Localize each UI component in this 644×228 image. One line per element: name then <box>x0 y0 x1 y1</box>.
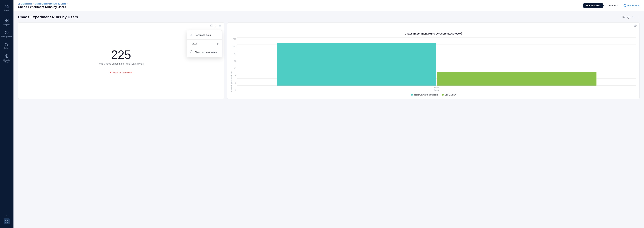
sidebar-item-builds-label: Builds <box>4 47 9 49</box>
sidebar-item-projects[interactable]: Projects <box>1 17 13 28</box>
sidebar-item-security-tests[interactable]: Security Tests <box>1 52 13 65</box>
home-icon <box>4 4 9 9</box>
bars-group <box>277 37 596 86</box>
svg-rect-2 <box>7 19 8 21</box>
view-label: View <box>192 42 197 45</box>
svg-point-7 <box>6 44 7 45</box>
y-label-2: 2 <box>235 82 236 84</box>
projects-icon <box>4 18 9 23</box>
page-title: Chaos Experiment Runs by Users <box>18 6 68 9</box>
sidebar-item-deployments-label: Deployments <box>1 36 12 38</box>
dashboards-nav-button[interactable]: Dashboards <box>582 3 604 8</box>
legend-dot-adarsh <box>411 94 413 96</box>
sidebar-bottom: ▾ <box>4 213 10 226</box>
bars-container <box>237 37 636 86</box>
right-card-globe-icon[interactable] <box>634 24 637 28</box>
clear-cache-menu-item[interactable]: Clear cache & refresh <box>187 49 222 56</box>
legend-label-adarsh: adarsh.kumar@harness.io <box>414 94 438 96</box>
y-axis: 200 100 40 20 10 4 2 1 <box>233 37 237 92</box>
dropdown-divider-2 <box>187 48 222 48</box>
sidebar-item-security-tests-label: Security Tests <box>2 59 12 63</box>
svg-rect-3 <box>5 21 6 22</box>
refresh-icon[interactable]: ↻ <box>632 15 635 19</box>
right-chart-card: Chaos Experiment Runs by Users (Last Wee… <box>227 22 640 99</box>
breadcrumb: ⊞ Dashboards › Chaos Experiment Runs by … <box>18 3 68 5</box>
content-area: Chaos Experiment Runs by Users 14m ago ↻… <box>14 11 644 228</box>
left-card-more-icon[interactable]: ⋮ <box>214 24 217 28</box>
svg-rect-13 <box>7 222 8 222</box>
breadcrumb-sep-1: › <box>33 3 34 5</box>
dashboard-grid: ⋮ 225 Total Chaos Experiment Runs (Last … <box>18 22 640 99</box>
more-options-icon[interactable]: ⋮ <box>636 15 640 19</box>
sidebar-collapse-chevron[interactable]: ▾ <box>5 213 8 217</box>
topnav-right: Dashboards Folders Get Started <box>582 3 640 8</box>
content-actions: 14m ago ↻ ⋮ <box>622 15 640 19</box>
breadcrumb-dashboards-link[interactable]: Dashboards <box>21 3 32 5</box>
left-card-globe-icon[interactable] <box>218 24 222 28</box>
change-value: -69% vs last week <box>112 71 132 74</box>
svg-rect-1 <box>5 19 6 21</box>
svg-point-6 <box>5 43 8 46</box>
y-label-10: 10 <box>234 67 236 69</box>
y-label-200: 200 <box>233 38 236 40</box>
breadcrumb-module-icon: ⊞ <box>18 3 20 5</box>
folders-nav-button[interactable]: Folders <box>606 3 621 8</box>
bell-icon[interactable] <box>210 24 213 28</box>
x-label-week: Week <box>237 89 636 92</box>
right-card-body: Chaos Experiment Runs by Users (Last Wee… <box>228 30 639 99</box>
sidebar: Home Projects Deployments <box>0 0 14 228</box>
sidebar-item-home[interactable]: Home <box>1 2 13 13</box>
topnav-left: ⊞ Dashboards › Chaos Experiment Runs by … <box>18 3 68 9</box>
bar-adarsh <box>277 43 436 86</box>
get-started-label: Get Started <box>627 4 640 7</box>
svg-rect-10 <box>6 220 6 221</box>
breadcrumb-sep-2: › <box>67 3 68 5</box>
content-header: Chaos Experiment Runs by Users 14m ago ↻… <box>18 15 640 19</box>
y-label-1: 1 <box>235 89 236 91</box>
svg-rect-11 <box>7 220 8 221</box>
download-data-menu-item[interactable]: Download data <box>187 31 222 39</box>
sidebar-item-home-label: Home <box>4 9 9 12</box>
svg-rect-0 <box>6 7 7 8</box>
x-axis-label: Dec 4 Week <box>237 86 636 92</box>
chart-title: Chaos Experiment Runs by Users (Last Wee… <box>230 32 636 35</box>
deployments-icon <box>4 30 9 35</box>
svg-rect-12 <box>6 222 6 222</box>
top-navigation: ⊞ Dashboards › Chaos Experiment Runs by … <box>14 0 644 11</box>
sidebar-item-deployments[interactable]: Deployments <box>1 28 13 39</box>
y-label-20: 20 <box>234 60 236 62</box>
sidebar-divider-1 <box>3 15 10 15</box>
get-started-button[interactable]: Get Started <box>624 4 640 7</box>
view-menu-item[interactable]: View ▶ <box>187 40 222 47</box>
sidebar-grid-button[interactable] <box>4 218 10 224</box>
total-runs-number: 225 <box>111 49 131 61</box>
left-metric-card: ⋮ 225 Total Chaos Experiment Runs (Last … <box>18 22 224 99</box>
y-label-40: 40 <box>234 53 236 55</box>
builds-icon <box>4 42 9 47</box>
legend-dot-udit <box>442 94 444 96</box>
get-started-icon <box>624 4 626 7</box>
change-indicator: -69% vs last week <box>110 71 132 74</box>
right-card-header <box>228 23 639 30</box>
y-label-4: 4 <box>235 75 236 77</box>
last-updated-text: 14m ago <box>622 16 630 19</box>
total-runs-label: Total Chaos Experiment Runs (Last Week) <box>98 62 144 65</box>
security-tests-icon <box>4 54 9 58</box>
dropdown-divider-1 <box>187 39 222 40</box>
sidebar-item-builds[interactable]: Builds <box>1 40 13 51</box>
svg-point-8 <box>5 55 8 58</box>
clear-cache-label: Clear cache & refresh <box>195 51 218 54</box>
download-icon <box>190 33 193 37</box>
content-title: Chaos Experiment Runs by Users <box>18 15 78 19</box>
legend-item-adarsh: adarsh.kumar@harness.io <box>411 94 438 96</box>
legend-label-udit: Udit Gaurav <box>445 94 456 96</box>
breadcrumb-page-link[interactable]: Chaos Experiment Runs by Users <box>35 3 66 5</box>
y-axis-title: Chaos Experiment Runs <box>230 37 232 92</box>
x-label-date: Dec 4 <box>237 86 636 89</box>
bar-udit <box>437 72 596 86</box>
svg-rect-4 <box>7 21 8 22</box>
y-label-100: 100 <box>233 45 236 47</box>
legend-item-udit: Udit Gaurav <box>442 94 456 96</box>
chart-wrapper: Chaos Experiment Runs 200 100 40 20 10 4… <box>230 37 636 92</box>
view-submenu-arrow: ▶ <box>217 42 219 45</box>
